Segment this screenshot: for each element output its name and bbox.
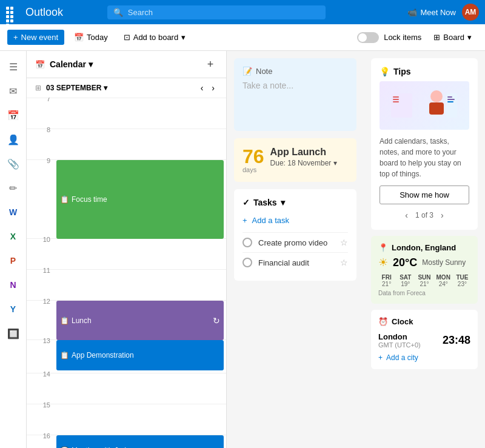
board-button[interactable]: ⊞ Board ▾ [427,30,478,45]
toolbar-right: Lock items ⊞ Board ▾ [357,30,478,45]
app-launch-header: 76 days App Launch Due: 18 November ▾ [242,147,348,173]
tips-description: Add calendars, tasks, notes, and more to… [380,136,469,179]
time-label-11: 11 [27,265,54,276]
board-panel: 📝 Note Take a note... 76 days App Launch… [227,51,364,448]
task-star-1[interactable]: ☆ [340,258,348,267]
note-placeholder: Take a note... [242,81,348,90]
meet-now-button[interactable]: 📹 Meet Now [407,8,456,17]
sidebar-item-word[interactable]: W [2,201,24,223]
content-area: 📅 Calendar ▾ + ⊞ 03 September ▾ ‹ › [27,51,485,448]
calendar-add-button[interactable]: + [203,57,218,72]
time-slots-8 [54,129,226,159]
task-item-0: Create promo video ☆ [242,232,348,252]
forecast-fri: FRI 21° [378,274,395,287]
clock-timezone: GMT (UTC+0) [378,341,421,349]
note-title: Note [256,67,272,76]
sidebar-item-notes[interactable]: ✏ [2,177,24,199]
tips-illustration [380,81,469,130]
forecast-sun: SUN 21° [416,274,432,287]
weather-current: ☀ 20°C Mostly Sunny [378,256,470,269]
weather-card: 📍 London, England ☀ 20°C Mostly Sunny FR… [371,236,478,304]
days-count-block: 76 days [242,147,264,173]
tips-next-button[interactable]: › [438,209,446,221]
location-text: London, England [392,243,456,252]
time-slots-7 [54,98,226,129]
tips-page-indicator: 1 of 3 [415,211,433,219]
time-slots-11 [54,270,226,300]
forecast-mon: MON 24° [435,274,452,287]
note-card[interactable]: 📝 Note Take a note... [234,58,356,131]
sidebar-item-yammer[interactable]: Y [2,298,24,320]
task-checkbox-1[interactable] [242,258,252,267]
add-city-button[interactable]: + Add a city [378,353,470,362]
clock-card: ⏰ Clock London GMT (UTC+0) 23:48 + Add a… [371,310,478,369]
search-bar[interactable]: 🔍 [107,5,326,19]
tips-prev-button[interactable]: ‹ [403,209,410,221]
add-city-label: Add a city [386,353,418,362]
sun-icon: ☀ [378,256,388,269]
sidebar-item-excel[interactable]: X [2,226,24,247]
repeat-icon: ↻ [213,316,220,326]
svg-rect-8 [447,99,455,100]
due-dropdown-icon: ▾ [333,159,337,167]
calendar-icon: 📅 [74,33,84,42]
new-event-button[interactable]: + New event [7,30,64,45]
toolbar: + New event 📅 Today ⊡ Add to board ▾ Loc… [0,24,485,51]
main-layout: ☰ ✉ 📅 👤 📎 ✏ W X P N Y 🔲 📅 Calendar ▾ + ⊞ [0,51,485,448]
next-day-button[interactable]: › [209,82,218,94]
clock-city-block: London GMT (UTC+0) [378,332,421,349]
time-label-9: 9 [27,155,54,166]
weather-condition: Mostly Sunny [422,258,466,267]
tips-icon: 💡 [380,67,390,76]
sidebar-item-calendar[interactable]: 📅 [2,104,24,126]
due-date: Due: 18 November ▾ [270,159,338,167]
svg-rect-9 [447,101,453,102]
prev-day-button[interactable]: ‹ [198,82,207,94]
clock-row: London GMT (UTC+0) 23:48 [378,332,470,349]
forecast-tue: TUE 23° [454,274,470,287]
sidebar-item-attachments[interactable]: 📎 [2,153,24,175]
tips-navigation: ‹ 1 of 3 › [380,209,469,221]
lock-toggle-switch[interactable] [357,32,379,43]
clock-time: 23:48 [443,334,470,347]
show-me-how-button[interactable]: Show me how [380,186,469,204]
time-label-8: 8 [27,124,54,135]
clock-title: ⏰ Clock [378,317,470,326]
sidebar-item-menu[interactable]: ☰ [2,56,24,78]
event-focus-time[interactable]: 📋 Focus time [56,160,224,239]
date-dropdown-icon: ▾ [104,84,107,92]
add-task-button[interactable]: + Add a task [242,213,348,227]
sidebar-item-powerpoint[interactable]: P [2,250,24,272]
time-label-16: 16 [27,430,54,441]
event-lunch[interactable]: 📋 Lunch ↻ [56,301,224,340]
tasks-title: Tasks [253,198,277,207]
search-icon: 🔍 [113,8,123,17]
task-star-0[interactable]: ☆ [340,238,348,247]
event-icon: 📋 [60,195,69,204]
date-label: 03 September ▾ [46,84,107,92]
calendar-grid: 7 8 9 📋 Focus time [27,98,226,448]
today-button[interactable]: 📅 Today [68,30,114,45]
event-meeting-judy[interactable]: 💬 Meeting with Judy [56,435,224,448]
video-icon: 📹 [407,8,417,17]
forecast-sat: SAT 19° [397,274,413,287]
svg-rect-7 [447,96,452,98]
sidebar-item-people[interactable]: 👤 [2,129,24,150]
sidebar-item-onenote[interactable]: N [2,274,24,296]
time-slots-10 [54,239,226,269]
time-row-8: 8 [27,129,226,159]
waffle-icon[interactable] [6,7,17,18]
app-launch-card: 76 days App Launch Due: 18 November ▾ [234,138,356,182]
task-text-0: Create promo video [258,238,334,247]
avatar[interactable]: AM [462,4,479,21]
app-title: Outlook [25,6,63,19]
sidebar-item-mail[interactable]: ✉ [2,80,24,102]
sidebar-item-apps[interactable]: 🔲 [2,323,24,344]
svg-rect-1 [393,96,399,98]
time-row-15: 15 [27,404,226,435]
event-app-demonstration[interactable]: 📋 App Demonstration [56,340,224,370]
svg-rect-2 [393,99,399,100]
search-input[interactable] [128,8,319,17]
add-to-board-button[interactable]: ⊡ Add to board ▾ [118,30,192,45]
task-checkbox-0[interactable] [242,238,252,247]
